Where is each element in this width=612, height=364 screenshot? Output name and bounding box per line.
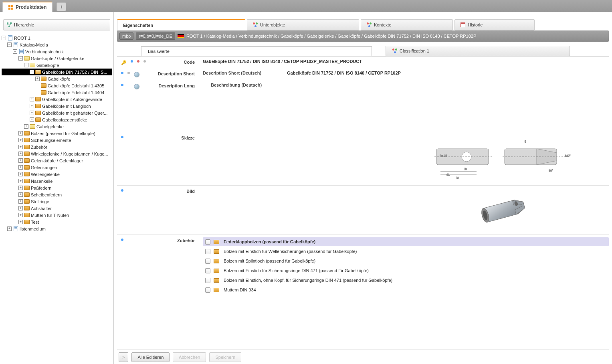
expander-icon[interactable]: − <box>24 63 28 67</box>
tree-row[interactable]: −Gabelköpfe / Gabelgelenke <box>2 55 112 62</box>
expander-icon[interactable]: + <box>18 138 23 142</box>
checkbox[interactable] <box>205 268 210 273</box>
expander-icon[interactable]: + <box>7 226 12 231</box>
checkbox[interactable] <box>205 249 210 254</box>
tree-row[interactable]: +Achshalter <box>2 205 112 212</box>
expander-icon[interactable]: + <box>18 165 23 170</box>
property-value: Gabelköpfe DIN 71752 / DIN ISO 8140 / CE… <box>203 59 362 64</box>
expander-icon[interactable]: + <box>30 104 34 108</box>
tree-row[interactable]: −Katalog-Media <box>2 41 112 48</box>
checkbox[interactable] <box>205 239 210 245</box>
subtab-basiswerte[interactable]: Basiswerte <box>141 46 372 56</box>
tree-row-selected[interactable]: −Gabelköpfe DIN 71752 / DIN IS... <box>2 69 112 75</box>
expander-icon[interactable]: + <box>18 192 23 197</box>
tree-row[interactable]: +Stellringe <box>2 198 112 205</box>
property-row-desc-short: Description Short Description Short (Deu… <box>117 68 609 80</box>
checkbox[interactable] <box>205 259 210 264</box>
expander-icon[interactable]: + <box>24 124 28 129</box>
accessory-item[interactable]: Federklappbolzen (passend für Gabelköpfe… <box>203 237 609 246</box>
tree-row[interactable]: +Bolzen (passend für Gabelköpfe) <box>2 130 112 137</box>
tree-row[interactable]: −Gabelköpfe <box>2 62 112 69</box>
tree-row[interactable]: +Paßfedern <box>2 184 112 191</box>
expander-icon[interactable]: + <box>18 172 23 176</box>
tree-row[interactable]: +Sicherungselemente <box>2 137 112 144</box>
property-value: Gabelköpfe DIN 71752 / DIN ISO 8140 / CE… <box>287 71 401 75</box>
svg-rect-2 <box>8 8 10 10</box>
tree-row[interactable]: +listenmedium <box>2 225 112 232</box>
folder-icon <box>214 258 219 264</box>
tree-row[interactable]: +Test <box>2 218 112 225</box>
product-image <box>473 188 537 232</box>
tree-row[interactable]: +Gabelköpfe <box>2 75 112 82</box>
expander-icon[interactable]: − <box>13 49 17 54</box>
folder-icon <box>24 165 30 170</box>
tree-row[interactable]: +Zubehör <box>2 144 112 150</box>
hierarchy-tree[interactable]: −ROOT 1 −Katalog-Media −Verbindungstechn… <box>0 31 113 364</box>
expander-icon[interactable]: + <box>18 186 23 190</box>
accessory-item[interactable]: Bolzen mit Einstich für Wellensicherunge… <box>203 247 609 256</box>
tree-row[interactable]: +Gabelköpfe mit Außengewinde <box>2 96 112 103</box>
tab-kontexte[interactable]: Kontexte <box>361 19 453 30</box>
svg-rect-1 <box>11 5 13 7</box>
svg-rect-3 <box>11 8 13 10</box>
property-label: Description Short <box>151 71 203 77</box>
expander-icon[interactable]: + <box>18 145 23 149</box>
accessory-label: Bolzen mit Splintloch (passend für Gabel… <box>224 259 315 263</box>
tree-row[interactable]: +Gabelköpfe mit gehärteter Quer... <box>2 109 112 116</box>
expander-icon[interactable]: + <box>30 97 34 101</box>
expander-icon[interactable]: − <box>7 42 12 47</box>
tab-historie[interactable]: Historie <box>454 19 535 30</box>
accessory-item[interactable]: Bolzen mit Splintloch (passend für Gabel… <box>203 257 609 265</box>
expander-icon[interactable]: − <box>18 56 23 61</box>
bc-badge-mbo[interactable]: mbo <box>119 32 133 40</box>
tree-row[interactable]: −Verbindungstechnik <box>2 48 112 55</box>
expander-icon[interactable]: + <box>18 220 23 224</box>
subtab-classification[interactable]: Classification 1 <box>386 46 570 56</box>
tree-row[interactable]: +Gelenkaugen <box>2 164 112 171</box>
expander-icon[interactable]: + <box>30 111 34 115</box>
edit-all-button[interactable]: Alle Editieren <box>131 352 170 362</box>
tab-unterobjekte[interactable]: Unterobjekte <box>247 19 359 30</box>
accessory-item[interactable]: Bolzen mit Einstich für Sicherungsringe … <box>203 266 609 275</box>
expander-icon[interactable]: + <box>18 206 23 210</box>
checkbox[interactable] <box>205 278 210 283</box>
main-tabs: Eigenschaften Unterobjekte Kontexte Hist… <box>117 19 609 30</box>
bc-badge-locale[interactable]: r=0,b=0,l=de_DE <box>136 32 175 40</box>
expander-icon[interactable]: + <box>35 77 40 81</box>
accessory-item[interactable]: Muttern DIN 934 <box>203 285 609 294</box>
next-button[interactable]: > <box>119 352 128 362</box>
tab-label: Produktdaten <box>16 4 46 10</box>
accessory-item[interactable]: Bolzen mit Einstich, ohne Kopf, für Sich… <box>203 276 609 285</box>
tree-row[interactable]: Gabelköpfe Edelstahl 1.4305 <box>2 82 112 89</box>
folder-icon <box>214 277 219 283</box>
tree-row[interactable]: +Winkelgelenke / Kugelpfannen / Kuge... <box>2 150 112 157</box>
checkbox[interactable] <box>205 287 210 293</box>
add-tab-button[interactable]: + <box>57 2 66 11</box>
tree-row[interactable]: +Wellengelenke <box>2 171 112 178</box>
expander-icon[interactable]: + <box>18 213 23 217</box>
tree-row[interactable]: +Muttern für T-Nuten <box>2 212 112 218</box>
expander-icon[interactable]: + <box>30 117 34 122</box>
status-dot-icon <box>121 189 123 192</box>
tree-row[interactable]: +Nasenkeile <box>2 178 112 184</box>
expander-icon[interactable]: + <box>18 179 23 183</box>
expander-icon[interactable]: + <box>18 158 23 163</box>
folder-icon <box>214 268 219 273</box>
expander-icon[interactable]: + <box>18 152 23 156</box>
tree-row[interactable]: +Scheibenfedern <box>2 191 112 198</box>
hierarchy-label: Hierarchie <box>14 22 34 27</box>
tab-produktdaten[interactable]: Produktdaten <box>2 2 53 12</box>
expander-icon[interactable]: − <box>2 36 6 40</box>
technical-sketch-image: d1 l2 l3 Rz 25 g 90 <box>432 135 577 183</box>
tree-row[interactable]: Gabelköpfe Edelstahl 1.4404 <box>2 89 112 96</box>
tree-row[interactable]: +Gabelkopfgegenstücke <box>2 116 112 123</box>
expander-icon[interactable]: + <box>18 199 23 204</box>
tree-row[interactable]: +Gabelgelenke <box>2 123 112 130</box>
tree-row[interactable]: +Gabelköpfe mit Langloch <box>2 103 112 109</box>
hierarchy-header[interactable]: Hierarchie <box>3 19 110 30</box>
expander-icon[interactable]: + <box>18 131 23 135</box>
tree-row[interactable]: +Gelenkköpfe / Gelenklager <box>2 157 112 164</box>
tree-row[interactable]: −ROOT 1 <box>2 34 112 41</box>
expander-icon[interactable]: − <box>30 70 34 74</box>
tab-eigenschaften[interactable]: Eigenschaften <box>117 19 245 31</box>
